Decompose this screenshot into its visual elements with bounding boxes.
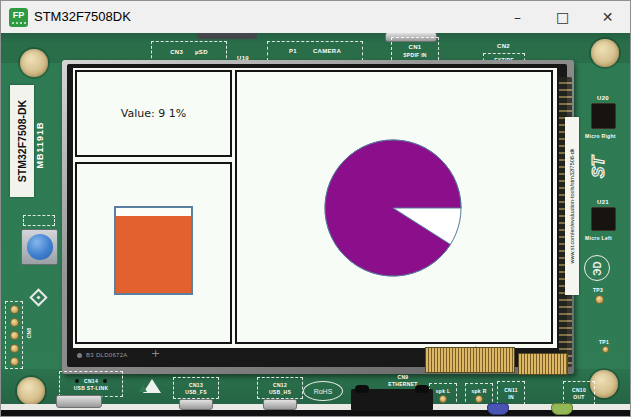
out-label: OUT: [573, 394, 584, 400]
cn12-outline: CN12 USB_HS: [257, 377, 303, 399]
value-panel[interactable]: Value: 9 1%: [75, 70, 232, 157]
board-name-label: STM32F7508-DK: [16, 100, 28, 182]
website-sticker: www.st.com/en/evaluation-tools/stm32f750…: [565, 117, 579, 295]
cn8-header: [5, 301, 23, 369]
touch-display[interactable]: Value: 9 1%: [73, 68, 557, 348]
cn13-outline: CN13 USB_FS: [173, 377, 219, 399]
ethernet-connector: [351, 389, 433, 411]
mic-right-chip: [591, 103, 616, 129]
screw-dot: [75, 379, 79, 383]
rohs-label: RoHS: [314, 388, 333, 395]
spk-l-label: spk L: [436, 388, 451, 394]
p1-label: P1: [289, 48, 297, 55]
u20-label: U20: [597, 95, 609, 102]
screw-hole: [591, 39, 619, 67]
value-text: Value: 9 1%: [121, 107, 186, 120]
cn2-label: CN2: [497, 43, 510, 50]
tp3-pad: [595, 295, 604, 304]
camera-outline: P1 CAMERA: [267, 41, 363, 61]
spdif-in-label: SPDIF IN: [403, 52, 427, 58]
audio-out-jack: [551, 403, 573, 415]
bar-gauge: [114, 206, 193, 295]
usd-label: µSD: [195, 49, 208, 56]
zif-connector: [425, 347, 515, 373]
maximize-button[interactable]: □: [541, 1, 584, 32]
board-rev: MB1191B: [32, 95, 48, 195]
fiducial-cross: +: [151, 347, 161, 360]
pie-slice: [325, 140, 461, 276]
usb-stlink-connector: [56, 395, 102, 408]
rohs-mark: RoHS: [303, 381, 343, 401]
cn10-outline: CN10 OUT: [563, 381, 595, 405]
cn11-outline: CN11 IN: [497, 381, 525, 405]
cn14-label: CN14: [84, 378, 98, 384]
st-logo: ST: [581, 147, 615, 187]
app-icon-dots: [12, 22, 26, 24]
cn9-label: CN9: [398, 374, 409, 380]
cn8-label: CN8: [26, 328, 32, 339]
pie-panel[interactable]: [235, 70, 553, 344]
app-icon: FP: [9, 8, 28, 27]
usd-slot-edge: [197, 33, 257, 39]
cn8-label-wrap: CN8: [24, 321, 34, 345]
usb-hs-connector: [263, 399, 297, 410]
reset-button[interactable]: [21, 229, 58, 265]
dev-board: CN3 µSD U19 P1 CAMERA CN1 SPDIF IN CN2 E…: [1, 33, 631, 417]
reset-button-cap: [27, 234, 53, 260]
gauge-panel[interactable]: [75, 162, 232, 344]
bezel-dot: [77, 353, 82, 358]
pie-chart: [318, 133, 468, 283]
micro-left-label: Micro Left: [585, 235, 612, 241]
tp1-pad: [602, 346, 609, 353]
mic-left-chip: [591, 207, 616, 231]
app-icon-label: FP: [13, 11, 25, 20]
micro-right-label: Micro Right: [585, 133, 616, 139]
spk-r-label: spk R: [471, 388, 486, 394]
screw-dot: [103, 379, 107, 383]
usb-hs-label: USB_HS: [269, 389, 291, 395]
cn13-label: CN13: [189, 382, 203, 388]
cn11-label: CN11: [504, 387, 518, 393]
cert-mark-text: ЭD: [592, 261, 603, 275]
minimize-button[interactable]: –: [496, 1, 539, 32]
u21-label: U21: [597, 199, 609, 206]
app-window: FP STM32F7508DK – □ ✕ CN3 µSD U19 P1 CAM…: [0, 0, 631, 417]
board-rev-label: MB1191B: [35, 121, 45, 168]
button-outline: [23, 215, 55, 226]
spk-r-pad: [475, 395, 483, 403]
window-title: STM32F7508DK: [34, 9, 131, 24]
usb-fs-connector: [179, 399, 213, 410]
in-label: IN: [508, 394, 514, 400]
audio-in-jack: [487, 403, 509, 415]
ethernet-label: ETHERNET: [388, 381, 417, 387]
st-logo-text: ST: [589, 155, 608, 178]
tp3-label: TP3: [593, 287, 603, 293]
cn1-label: CN1: [409, 44, 422, 51]
board-name-sticker: STM32F7508-DK: [10, 85, 34, 197]
screw-hole: [20, 49, 48, 77]
screw-hole: [17, 377, 45, 405]
cn10-label: CN10: [572, 387, 586, 393]
diamond-mark: [29, 288, 47, 306]
camera-label: CAMERA: [313, 48, 341, 55]
cn12-label: CN12: [273, 382, 287, 388]
usb-fs-label: USB_FS: [185, 389, 207, 395]
tp1-label: TP1: [599, 339, 609, 345]
gauge-fill: [116, 216, 191, 293]
usb-stlink-label: USB ST-LINK: [74, 385, 109, 391]
spk-l-pad: [439, 395, 447, 403]
close-button[interactable]: ✕: [586, 1, 629, 32]
zif-connector: [518, 353, 568, 375]
title-bar[interactable]: FP STM32F7508DK – □ ✕: [1, 1, 630, 33]
esd-triangle-icon: [143, 379, 161, 393]
bezel-marking: B3 DLD0672A: [86, 352, 128, 359]
website-label: www.st.com/en/evaluation-tools/stm32f750…: [569, 149, 575, 264]
stlink-outline: CN14 USB ST-LINK: [59, 371, 123, 397]
cn3-label: CN3: [170, 49, 183, 56]
cert-mark: ЭD: [584, 255, 610, 281]
